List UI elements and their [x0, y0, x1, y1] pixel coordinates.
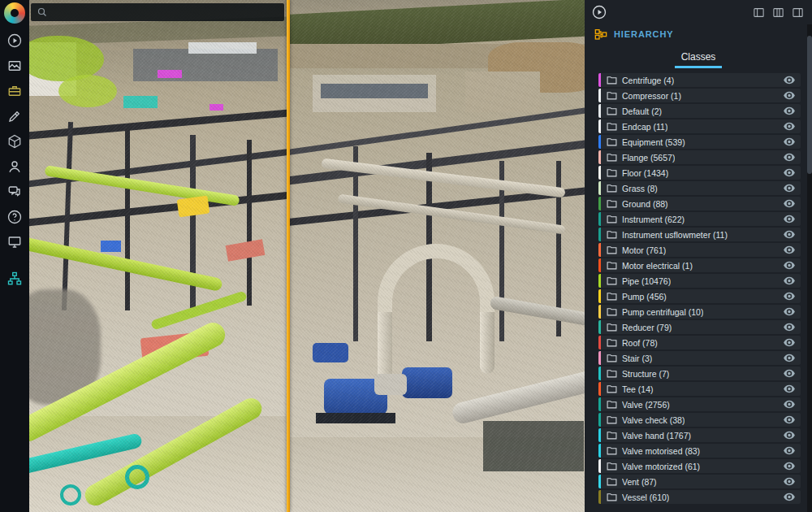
user-icon[interactable]: [6, 158, 23, 175]
class-color-bar: [598, 73, 601, 87]
class-color-bar: [598, 135, 601, 149]
class-row[interactable]: Roof (78): [598, 336, 801, 349]
class-row[interactable]: Default (2): [598, 104, 801, 118]
visibility-eye-icon[interactable]: [784, 492, 795, 501]
class-label: Motor electrical (1): [622, 261, 693, 271]
class-color-bar: [598, 475, 601, 488]
panel-tabs: Classes: [585, 44, 812, 68]
class-label: Instrument (622): [622, 215, 685, 224]
visibility-eye-icon[interactable]: [784, 400, 795, 409]
visibility-eye-icon[interactable]: [784, 276, 795, 285]
class-color-bar: [598, 382, 601, 396]
panel-play-circle-icon[interactable]: [592, 5, 607, 20]
folder-icon: [607, 276, 617, 286]
class-row[interactable]: Vent (87): [598, 475, 801, 488]
visibility-eye-icon[interactable]: [784, 477, 795, 486]
class-row[interactable]: Floor (1434): [598, 166, 801, 180]
layout-right-icon[interactable]: [792, 7, 804, 19]
visibility-eye-icon[interactable]: [784, 354, 795, 362]
model-cube-icon[interactable]: [6, 133, 23, 150]
class-row[interactable]: Stair (3): [598, 351, 801, 365]
class-row[interactable]: Compressor (1): [598, 89, 801, 102]
class-row[interactable]: Instrument usflowmeter (11): [598, 228, 801, 241]
hierarchy-panel: HIERARCHY Classes Centrifuge (4) Compres…: [585, 0, 812, 512]
class-color-bar: [598, 397, 601, 411]
class-row[interactable]: Flange (5657): [598, 150, 801, 164]
visibility-eye-icon[interactable]: [784, 446, 795, 455]
visibility-eye-icon[interactable]: [784, 292, 795, 301]
app-logo-icon[interactable]: [4, 2, 25, 24]
class-row[interactable]: Instrument (622): [598, 212, 801, 226]
toolbox-icon[interactable]: [6, 83, 23, 99]
class-row[interactable]: Valve (2756): [598, 397, 801, 411]
visibility-eye-icon[interactable]: [784, 261, 795, 270]
class-row[interactable]: Pump (456): [598, 289, 801, 303]
layout-left-icon[interactable]: [753, 7, 765, 19]
visibility-eye-icon[interactable]: [784, 338, 795, 347]
class-row[interactable]: Ground (88): [598, 197, 801, 210]
visibility-eye-icon[interactable]: [784, 76, 795, 85]
search-bar: [31, 3, 284, 21]
visibility-eye-icon[interactable]: [784, 323, 795, 332]
visibility-eye-icon[interactable]: [784, 230, 795, 239]
visibility-eye-icon[interactable]: [784, 215, 795, 223]
class-row[interactable]: Vessel (610): [598, 490, 801, 504]
measure-icon[interactable]: [6, 108, 23, 124]
visibility-eye-icon[interactable]: [784, 307, 795, 316]
3d-viewport[interactable]: [29, 0, 585, 512]
class-row[interactable]: Motor electrical (1): [598, 258, 801, 272]
class-row[interactable]: Structure (7): [598, 367, 801, 380]
class-row[interactable]: Valve motorized (61): [598, 459, 801, 473]
visibility-eye-icon[interactable]: [784, 245, 795, 254]
visibility-eye-icon[interactable]: [784, 137, 795, 146]
screenshot-icon[interactable]: [6, 58, 23, 74]
class-label: Tee (14): [622, 384, 654, 394]
class-row[interactable]: Motor (761): [598, 243, 801, 257]
visibility-eye-icon[interactable]: [784, 122, 795, 131]
layout-columns-icon[interactable]: [772, 7, 784, 19]
help-icon[interactable]: [6, 209, 23, 225]
scene-shape: [101, 241, 121, 252]
visibility-eye-icon[interactable]: [784, 184, 795, 193]
class-row[interactable]: Reducer (79): [598, 320, 801, 334]
folder-icon: [607, 445, 617, 456]
class-label: Pump (456): [622, 292, 667, 302]
class-row[interactable]: Pump centrifugal (10): [598, 305, 801, 319]
class-row[interactable]: Tee (14): [598, 382, 801, 396]
comparison-divider[interactable]: [287, 0, 290, 512]
visibility-eye-icon[interactable]: [784, 153, 795, 162]
class-label: Structure (7): [622, 369, 669, 379]
scene-shape: [321, 84, 428, 98]
feedback-chat-icon[interactable]: [6, 184, 23, 200]
class-row[interactable]: Valve check (38): [598, 413, 801, 427]
class-label: Floor (1434): [622, 168, 668, 178]
visibility-eye-icon[interactable]: [784, 91, 795, 100]
display-icon[interactable]: [6, 234, 23, 250]
scrollbar-thumb[interactable]: [807, 36, 812, 174]
visibility-eye-icon[interactable]: [784, 431, 795, 440]
panel-scrollbar[interactable]: [807, 24, 812, 512]
search-input[interactable]: [52, 7, 278, 18]
class-row[interactable]: Equipment (539): [598, 135, 801, 149]
visibility-eye-icon[interactable]: [784, 168, 795, 177]
class-color-bar: [598, 181, 601, 195]
hierarchy-network-icon[interactable]: [6, 271, 23, 287]
visibility-eye-icon[interactable]: [784, 106, 795, 115]
class-row[interactable]: Pipe (10476): [598, 274, 801, 288]
visibility-eye-icon[interactable]: [784, 384, 795, 393]
play-circle-icon[interactable]: [6, 33, 23, 49]
visibility-eye-icon[interactable]: [784, 369, 795, 378]
folder-icon: [607, 353, 617, 363]
visibility-eye-icon[interactable]: [784, 462, 795, 471]
visibility-eye-icon[interactable]: [784, 415, 795, 424]
class-row[interactable]: Valve motorised (83): [598, 444, 801, 458]
class-label: Motor (761): [622, 245, 666, 255]
class-color-bar: [598, 444, 601, 458]
class-label: Valve (2756): [622, 400, 670, 410]
class-row[interactable]: Valve hand (1767): [598, 428, 801, 442]
tab-classes[interactable]: Classes: [675, 48, 723, 68]
class-row[interactable]: Centrifuge (4): [598, 73, 801, 87]
class-row[interactable]: Endcap (11): [598, 119, 801, 133]
visibility-eye-icon[interactable]: [784, 199, 795, 208]
class-row[interactable]: Grass (8): [598, 181, 801, 195]
